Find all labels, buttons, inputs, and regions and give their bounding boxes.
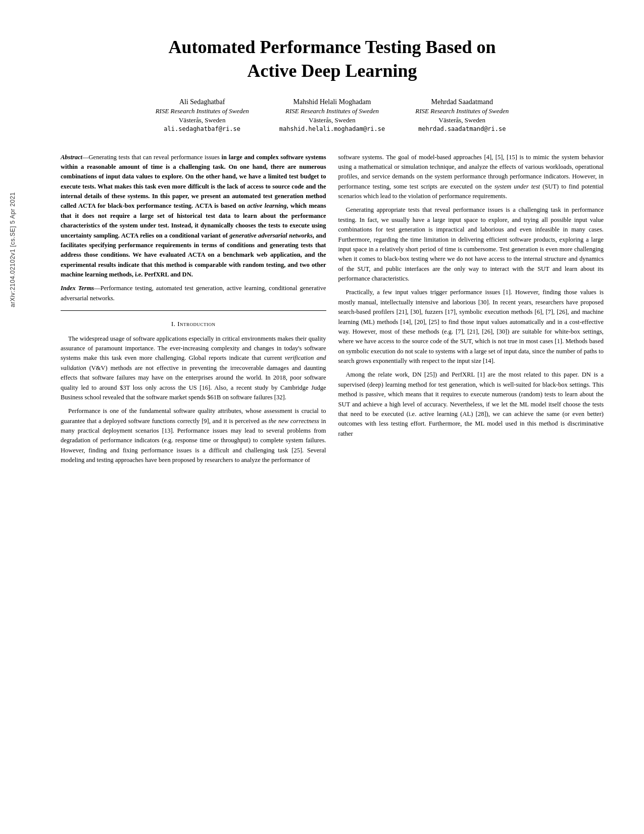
author-2-location: Västerås, Sweden (279, 116, 385, 124)
author-3-location: Västerås, Sweden (415, 116, 509, 124)
page-container: arXiv:2104.02102v1 [cs.SE] 5 Apr 2021 Au… (0, 0, 644, 834)
col-right-para-4: Among the relate work, DN [25]) and Perf… (338, 370, 604, 439)
author-1: Ali Sedaghatbaf RISE Research Institutes… (156, 98, 249, 132)
col-right-para-3: Practically, a few input values trigger … (338, 288, 604, 366)
author-2-name: Mahshid Helali Moghadam (279, 98, 385, 106)
col-right-para-2: Generating appropriate tests that reveal… (338, 205, 604, 284)
author-1-location: Västerås, Sweden (156, 116, 249, 124)
section-1-heading: I. Introduction (61, 319, 326, 329)
author-1-email: ali.sedaghatbaf@ri.se (156, 125, 249, 132)
section-divider (61, 310, 326, 311)
paper-title: Automated Performance Testing Based onAc… (61, 35, 604, 83)
authors-section: Ali Sedaghatbaf RISE Research Institutes… (61, 98, 604, 132)
author-3: Mehrdad Saadatmand RISE Research Institu… (415, 98, 509, 132)
author-3-email: mehrdad.saadatmand@ri.se (415, 125, 509, 132)
section-1-para-2: Performance is one of the fundamental so… (61, 406, 326, 465)
abstract-section: Abstract—Generating tests that can revea… (61, 153, 326, 304)
author-1-affiliation: RISE Research Institutes of Sweden (156, 107, 249, 115)
author-1-name: Ali Sedaghatbaf (156, 98, 249, 106)
arxiv-id: arXiv:2104.02102v1 [cs.SE] 5 Apr 2021 (9, 192, 16, 307)
col-right: software systems. The goal of model-base… (338, 153, 604, 470)
index-terms-label: Index Terms (61, 285, 94, 292)
author-2-email: mahshid.helali.moghadam@ri.se (279, 125, 385, 132)
author-2: Mahshid Helali Moghadam RISE Research In… (279, 98, 385, 132)
author-3-affiliation: RISE Research Institutes of Sweden (415, 107, 509, 115)
index-terms-text: Index Terms—Performance testing, automat… (61, 284, 326, 303)
author-3-name: Mehrdad Saadatmand (415, 98, 509, 106)
abstract-text: Abstract—Generating tests that can revea… (61, 153, 326, 280)
abstract-label: Abstract (61, 154, 82, 161)
col-left: Abstract—Generating tests that can revea… (61, 153, 326, 470)
section-1-heading-text: I. Introduction (171, 320, 216, 328)
index-terms: Index Terms—Performance testing, automat… (61, 284, 326, 303)
col-right-para-1: software systems. The goal of model-base… (338, 153, 604, 202)
author-2-affiliation: RISE Research Institutes of Sweden (279, 107, 385, 115)
two-column-body: Abstract—Generating tests that can revea… (61, 153, 604, 470)
section-1-para-1: The widespread usage of software applica… (61, 334, 326, 403)
